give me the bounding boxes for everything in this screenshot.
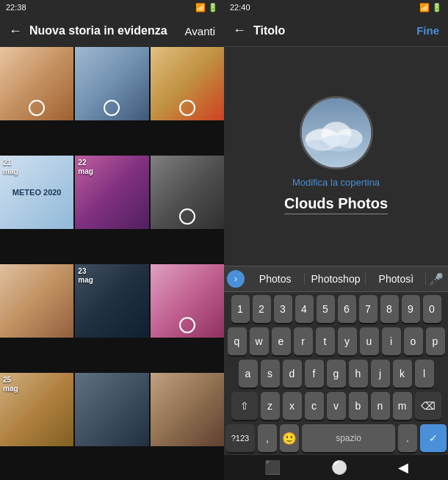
key-t[interactable]: t bbox=[316, 327, 335, 355]
key-shift[interactable]: ⇧ bbox=[231, 392, 258, 420]
grid-cell[interactable] bbox=[151, 47, 224, 120]
grid-cell[interactable]: 23mag bbox=[75, 264, 148, 338]
qwerty-row: q w e r t y u i o p bbox=[225, 327, 447, 355]
photo-grid: 21mag METEO 2020 22mag 23mag 25mag bbox=[0, 47, 224, 480]
key-n[interactable]: n bbox=[371, 392, 390, 420]
back-icon-left[interactable]: ← bbox=[9, 23, 22, 39]
key-8[interactable]: 8 bbox=[380, 295, 399, 323]
key-5[interactable]: 5 bbox=[317, 295, 335, 323]
key-comma[interactable]: , bbox=[258, 424, 277, 452]
avanti-button[interactable]: Avanti bbox=[185, 25, 215, 37]
svg-point-5 bbox=[303, 139, 328, 153]
grid-cell[interactable]: 21mag METEO 2020 bbox=[0, 156, 73, 229]
key-i[interactable]: i bbox=[382, 327, 401, 355]
modifica-label[interactable]: Modifica la copertina bbox=[292, 177, 380, 188]
grid-cell[interactable] bbox=[0, 47, 73, 120]
key-r[interactable]: r bbox=[294, 327, 313, 355]
bottom-bar: ⬛ ⚪ ◀ bbox=[224, 455, 448, 480]
status-icons-left: 📶 🔋 bbox=[195, 3, 218, 12]
grid-cell[interactable] bbox=[0, 264, 73, 338]
select-circle[interactable] bbox=[179, 208, 195, 225]
select-circle[interactable] bbox=[29, 100, 45, 116]
autocomplete-expand[interactable]: › bbox=[227, 270, 245, 288]
meteo-label: METEO 2020 bbox=[12, 188, 62, 197]
key-e[interactable]: e bbox=[272, 327, 291, 355]
key-2[interactable]: 2 bbox=[253, 295, 271, 323]
key-k[interactable]: k bbox=[393, 360, 412, 388]
fine-button[interactable]: Fine bbox=[416, 24, 439, 37]
key-123[interactable]: ?123 bbox=[225, 424, 255, 452]
cloud-image bbox=[302, 98, 371, 167]
key-b[interactable]: b bbox=[349, 392, 368, 420]
left-panel: 22:38 📶 🔋 ← Nuova storia in evidenza Ava… bbox=[0, 0, 224, 480]
key-c[interactable]: c bbox=[305, 392, 324, 420]
key-v[interactable]: v bbox=[327, 392, 346, 420]
cover-section: Modifica la copertina Clouds Photos bbox=[224, 47, 448, 263]
status-icons-right: 📶 🔋 bbox=[419, 3, 442, 12]
home-icon[interactable]: ⬛ bbox=[264, 459, 281, 476]
time-right: 22:40 bbox=[230, 3, 250, 12]
key-3[interactable]: 3 bbox=[274, 295, 292, 323]
key-l[interactable]: l bbox=[415, 360, 434, 388]
key-1[interactable]: 1 bbox=[231, 295, 250, 323]
date-badge: 22mag bbox=[78, 159, 93, 176]
key-y[interactable]: y bbox=[338, 327, 357, 355]
key-m[interactable]: m bbox=[393, 392, 412, 420]
key-w[interactable]: w bbox=[250, 327, 269, 355]
autocomplete-photoshop[interactable]: Photoshop bbox=[306, 273, 365, 285]
key-q[interactable]: q bbox=[228, 327, 247, 355]
autocomplete-photos[interactable]: Photos bbox=[246, 273, 305, 285]
grid-cell[interactable] bbox=[151, 156, 224, 229]
grid-cell[interactable] bbox=[75, 47, 148, 120]
autocomplete-row: › Photos Photoshop Photosì 🎤 bbox=[224, 266, 448, 292]
key-j[interactable]: j bbox=[371, 360, 390, 388]
keyboard-rows: 1 2 3 4 5 6 7 8 9 0 q w e r t y u i bbox=[224, 292, 448, 454]
autocomplete-photosi[interactable]: Photosì bbox=[367, 273, 426, 285]
key-emoji[interactable]: 🙂 bbox=[280, 424, 299, 452]
key-d[interactable]: d bbox=[283, 360, 302, 388]
key-u[interactable]: u bbox=[360, 327, 379, 355]
key-7[interactable]: 7 bbox=[359, 295, 377, 323]
status-bar-right: 22:40 📶 🔋 bbox=[224, 0, 448, 15]
back-nav-icon[interactable]: ◀ bbox=[398, 459, 408, 476]
grid-cell[interactable]: 22mag bbox=[75, 156, 148, 229]
date-badge: 23mag bbox=[78, 267, 93, 285]
select-circle[interactable] bbox=[179, 100, 195, 116]
key-g[interactable]: g bbox=[327, 360, 346, 388]
key-period[interactable]: . bbox=[398, 424, 417, 452]
date-badge: 25mag bbox=[3, 376, 18, 393]
select-circle[interactable] bbox=[104, 100, 120, 116]
cover-circle[interactable] bbox=[300, 96, 373, 170]
grid-cell[interactable] bbox=[75, 373, 148, 446]
key-s[interactable]: s bbox=[261, 360, 280, 388]
key-4[interactable]: 4 bbox=[295, 295, 314, 323]
key-p[interactable]: p bbox=[426, 327, 445, 355]
circle-icon[interactable]: ⚪ bbox=[331, 459, 347, 476]
back-icon-right[interactable]: ← bbox=[233, 23, 246, 38]
select-circle[interactable] bbox=[179, 317, 195, 333]
key-backspace[interactable]: ⌫ bbox=[415, 392, 441, 420]
grid-cell[interactable] bbox=[151, 373, 224, 446]
cloud-svg bbox=[302, 98, 371, 167]
key-return[interactable]: ✓ bbox=[420, 424, 447, 452]
highlight-title[interactable]: Clouds Photos bbox=[284, 195, 388, 214]
key-9[interactable]: 9 bbox=[402, 295, 420, 323]
key-0[interactable]: 0 bbox=[423, 295, 441, 323]
key-f[interactable]: f bbox=[305, 360, 324, 388]
key-o[interactable]: o bbox=[404, 327, 423, 355]
key-z[interactable]: z bbox=[261, 392, 280, 420]
mic-icon[interactable]: 🎤 bbox=[427, 272, 445, 286]
zxcv-row: ⇧ z x c v b n m ⌫ bbox=[225, 392, 447, 420]
grid-cell[interactable] bbox=[151, 264, 224, 338]
key-space[interactable]: spazio bbox=[302, 424, 395, 452]
key-6[interactable]: 6 bbox=[338, 295, 356, 323]
key-x[interactable]: x bbox=[283, 392, 302, 420]
left-header-title: Nuova storia in evidenza bbox=[29, 24, 178, 37]
right-header: ← Titolo Fine bbox=[224, 15, 448, 47]
grid-cell[interactable]: 25mag bbox=[0, 373, 73, 446]
key-h[interactable]: h bbox=[349, 360, 368, 388]
key-a[interactable]: a bbox=[239, 360, 258, 388]
time-left: 22:38 bbox=[6, 3, 26, 12]
right-panel: 22:40 📶 🔋 ← Titolo Fine bbox=[224, 0, 448, 480]
keyboard-area: › Photos Photoshop Photosì 🎤 1 2 3 4 5 6… bbox=[224, 263, 448, 455]
